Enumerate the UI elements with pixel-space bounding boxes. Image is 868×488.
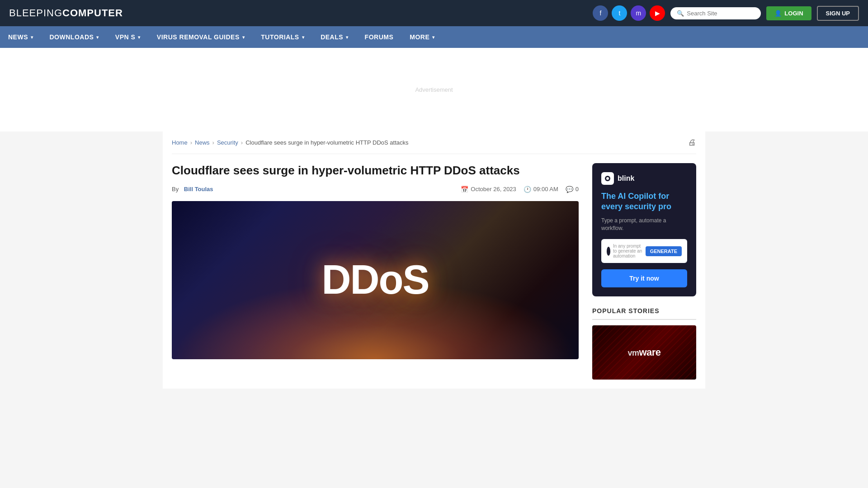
- nav-item-vpns[interactable]: VPN S ▾: [107, 26, 149, 48]
- content-wrapper: Home › News › Security › Cloudflare sees…: [163, 131, 705, 389]
- main-layout: Cloudflare sees surge in hyper-volumetri…: [172, 154, 696, 389]
- print-icon[interactable]: 🖨: [688, 138, 696, 147]
- article-meta-right: 📅 October 26, 2023 🕐 09:00 AM 💬 0: [461, 186, 579, 193]
- blink-logo-icon: [601, 172, 614, 185]
- facebook-icon[interactable]: f: [593, 5, 608, 21]
- ad-headline: The AI Copilot for every security pro: [601, 191, 687, 212]
- popular-stories-title: POPULAR STORIES: [592, 307, 696, 320]
- login-user-icon: 👤: [774, 10, 782, 17]
- nav-item-forums[interactable]: FORUMS: [357, 26, 402, 48]
- site-header: BLEEPINGCOMPUTER f t m ▶ 🔍 👤 LOGIN: [0, 0, 868, 26]
- ad-input-icon: [607, 247, 610, 256]
- calendar-icon: 📅: [461, 186, 468, 193]
- sidebar: blink The AI Copilot for every security …: [592, 163, 696, 380]
- comment-count[interactable]: 💬 0: [566, 186, 579, 193]
- nav-item-deals[interactable]: DEALS ▾: [312, 26, 356, 48]
- signup-button[interactable]: SIGN UP: [817, 6, 859, 21]
- nav-item-more[interactable]: MORE ▾: [401, 26, 443, 48]
- breadcrumb-current: Cloudflare sees surge in hyper-volumetri…: [245, 139, 408, 146]
- blink-logo: blink: [601, 172, 687, 185]
- nav-item-virus-removal[interactable]: VIRUS REMOVAL GUIDES ▾: [149, 26, 253, 48]
- clock-icon: 🕐: [524, 186, 531, 193]
- article-meta-left: By Bill Toulas: [172, 186, 213, 192]
- breadcrumb-sep-3: ›: [241, 139, 243, 146]
- header-right: f t m ▶ 🔍 👤 LOGIN SIGN UP: [593, 5, 859, 21]
- popular-stories: POPULAR STORIES vmware: [592, 307, 696, 380]
- ad-input-inner: In any prompt to generate an automation: [607, 244, 646, 258]
- mastodon-icon[interactable]: m: [631, 5, 646, 21]
- search-icon: 🔍: [677, 10, 684, 17]
- youtube-icon[interactable]: ▶: [650, 5, 665, 21]
- article-date: 📅 October 26, 2023: [461, 186, 516, 193]
- banner-ad: Advertisement: [0, 48, 868, 131]
- breadcrumb-security[interactable]: Security: [217, 139, 238, 146]
- main-nav: NEWS ▾ DOWNLOADS ▾ VPN S ▾ VIRUS REMOVAL…: [0, 26, 868, 48]
- nav-caret-more: ▾: [432, 35, 435, 40]
- social-icons: f t m ▶: [593, 5, 665, 21]
- comment-icon: 💬: [566, 186, 573, 193]
- ad-subtext: Type a prompt, automate a workflow.: [601, 217, 687, 232]
- breadcrumb-sep-1: ›: [190, 139, 192, 146]
- nav-item-downloads[interactable]: DOWNLOADS ▾: [42, 26, 107, 48]
- logo-part1: BLEEPING: [9, 7, 62, 19]
- nav-caret-tutorials: ▾: [302, 35, 305, 40]
- article-time: 🕐 09:00 AM: [524, 186, 558, 193]
- sidebar-ad-card: blink The AI Copilot for every security …: [592, 163, 696, 296]
- ad-headline-part1: The: [601, 192, 618, 201]
- nav-item-news[interactable]: NEWS ▾: [0, 26, 42, 48]
- breadcrumb-home[interactable]: Home: [172, 139, 188, 146]
- breadcrumb: Home › News › Security › Cloudflare sees…: [172, 131, 696, 154]
- ad-input-placeholder: In any prompt to generate an automation: [613, 244, 646, 258]
- nav-caret-downloads: ▾: [96, 35, 99, 40]
- search-input[interactable]: [687, 10, 755, 17]
- article: Cloudflare sees surge in hyper-volumetri…: [172, 163, 579, 359]
- nav-caret-news: ▾: [31, 35, 33, 40]
- ad-input-area: In any prompt to generate an automation …: [601, 239, 687, 263]
- popular-story-image[interactable]: vmware: [592, 325, 696, 380]
- ddos-label: DDoS: [322, 257, 429, 303]
- breadcrumb-links: Home › News › Security › Cloudflare sees…: [172, 139, 409, 146]
- nav-item-tutorials[interactable]: TUTORIALS ▾: [253, 26, 312, 48]
- breadcrumb-sep-2: ›: [212, 139, 214, 146]
- logo-part2: COMPUTER: [62, 7, 123, 19]
- svg-point-1: [606, 177, 609, 180]
- login-button[interactable]: 👤 LOGIN: [766, 6, 811, 20]
- article-title: Cloudflare sees surge in hyper-volumetri…: [172, 163, 579, 178]
- red-lines-overlay: [592, 325, 696, 380]
- search-bar: 🔍: [670, 7, 761, 19]
- blink-logo-text: blink: [618, 174, 634, 183]
- nav-caret-virus: ▾: [242, 35, 245, 40]
- article-hero-image: DDoS: [172, 201, 579, 359]
- article-meta: By Bill Toulas 📅 October 26, 2023 🕐 09:0…: [172, 186, 579, 193]
- nav-caret-vpns: ▾: [138, 35, 141, 40]
- author-link[interactable]: Bill Toulas: [184, 186, 213, 192]
- site-logo[interactable]: BLEEPINGCOMPUTER: [9, 7, 123, 19]
- ad-headline-highlight: AI Copilot: [618, 192, 656, 201]
- author-by-label: By: [172, 186, 179, 192]
- breadcrumb-news[interactable]: News: [195, 139, 210, 146]
- ad-generate-button[interactable]: GENERATE: [646, 246, 682, 256]
- nav-caret-deals: ▾: [346, 35, 349, 40]
- twitter-icon[interactable]: t: [612, 5, 627, 21]
- ad-try-button[interactable]: Try it now: [601, 269, 687, 287]
